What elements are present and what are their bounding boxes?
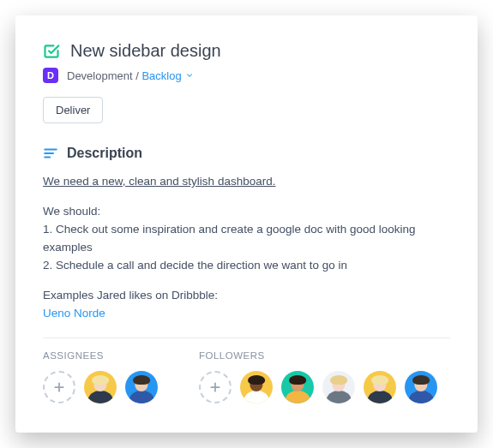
- follower-avatar[interactable]: [405, 371, 437, 403]
- plus-icon: [209, 381, 221, 393]
- chevron-down-icon: [185, 71, 194, 80]
- assignee-avatar[interactable]: [84, 371, 117, 403]
- add-assignee-button[interactable]: [43, 371, 75, 403]
- followers-label: FOLLOWERS: [199, 350, 437, 361]
- example-link[interactable]: Ueno Norde: [43, 307, 105, 320]
- project-name[interactable]: Development: [67, 69, 133, 82]
- description-intro: We should:: [43, 205, 100, 218]
- assignee-avatar[interactable]: [125, 371, 158, 403]
- breadcrumb-separator: /: [133, 69, 142, 82]
- task-check-icon: [43, 43, 60, 60]
- description-title: Description: [67, 146, 142, 161]
- description-examples: Examples Jared likes on Dribbble: Ueno N…: [43, 287, 450, 323]
- follower-avatar[interactable]: [281, 371, 314, 403]
- project-badge[interactable]: D: [43, 68, 58, 83]
- assignees-label: ASSIGNEES: [43, 350, 158, 361]
- breadcrumb-text: Development / Backlog: [67, 69, 194, 82]
- description-icon: [43, 146, 58, 161]
- followers-avatars: [199, 371, 437, 403]
- status-label: Backlog: [141, 69, 181, 82]
- divider: [43, 337, 450, 338]
- breadcrumb: D Development / Backlog: [43, 68, 450, 83]
- task-card: New sidebar design D Development / Backl…: [15, 15, 478, 433]
- follower-avatar[interactable]: [240, 371, 273, 403]
- follower-avatar[interactable]: [364, 371, 396, 403]
- assignees-section: ASSIGNEES: [43, 350, 158, 403]
- description-header: Description: [43, 146, 450, 161]
- plus-icon: [53, 381, 65, 393]
- description-body: We need a new, clean and stylish dashboa…: [43, 173, 450, 322]
- deliver-button[interactable]: Deliver: [43, 97, 103, 123]
- description-step1: 1. Check out some inspiration and create…: [43, 223, 416, 254]
- examples-label: Examples Jared likes on Dribbble:: [43, 289, 218, 302]
- add-follower-button[interactable]: [199, 371, 231, 403]
- title-row: New sidebar design: [43, 41, 450, 61]
- assignees-avatars: [43, 371, 158, 403]
- followers-section: FOLLOWERS: [199, 350, 437, 403]
- task-title: New sidebar design: [70, 41, 221, 61]
- description-step2: 2. Schedule a call and decide the direct…: [43, 259, 347, 272]
- follower-avatar[interactable]: [322, 371, 355, 403]
- status-dropdown[interactable]: Backlog: [141, 69, 193, 82]
- description-paragraph: We should: 1. Check out some inspiration…: [43, 203, 450, 275]
- description-lead: We need a new, clean and stylish dashboa…: [43, 173, 450, 191]
- people-row: ASSIGNEES FOLLOWERS: [43, 350, 450, 403]
